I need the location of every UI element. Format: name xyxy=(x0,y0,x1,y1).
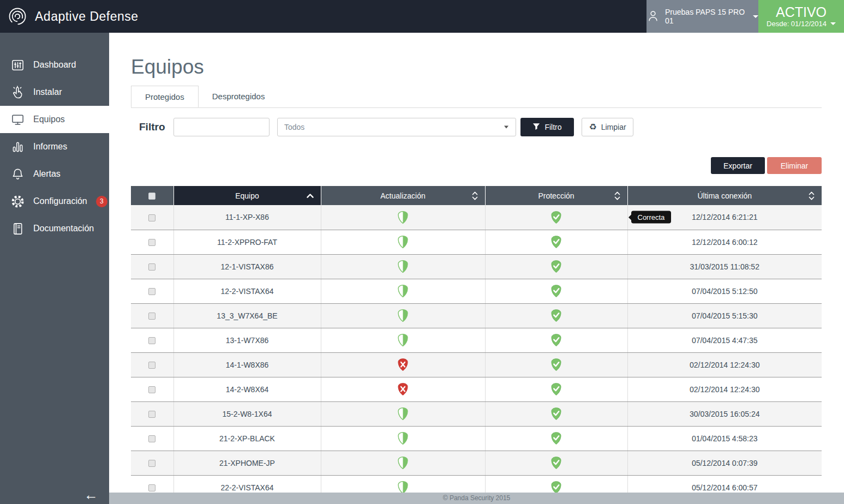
equipment-name: 13_3_W7X64_BE xyxy=(173,303,321,328)
equipment-name: 12-2-VISTAX64 xyxy=(173,279,321,303)
protection-ok-icon xyxy=(550,333,562,347)
protection-ok-icon xyxy=(550,407,562,421)
collapse-sidebar-arrow-icon[interactable]: ← xyxy=(84,488,98,502)
equipment-name: 15-2-W8-1X64 xyxy=(173,401,321,426)
license-status-menu[interactable]: ACTIVO Desde: 01/12/2014 xyxy=(758,0,844,33)
tooltip-text: Correcta xyxy=(638,213,665,221)
update-ok-icon xyxy=(397,333,409,347)
update-ok-icon xyxy=(397,309,409,322)
equipment-name: 11-2-XPPRO-FAT xyxy=(173,230,321,254)
row-checkbox[interactable] xyxy=(148,214,155,221)
row-checkbox[interactable] xyxy=(148,362,155,369)
equipment-name: 21-XPHOME-JP xyxy=(173,451,321,475)
sidebar-item-configuracion[interactable]: Configuración 3 xyxy=(0,188,109,215)
account-caret-icon xyxy=(753,15,758,18)
row-checkbox[interactable] xyxy=(148,263,155,271)
page-title: Equipos xyxy=(131,56,822,79)
update-ok-icon xyxy=(397,284,409,298)
topbar: Adaptive Defense Pruebas PAPS 15 PRO 01 … xyxy=(0,0,844,33)
table-row: 11-1-XP-X86 Correcta 12/12/2014 6:21:21 xyxy=(131,205,822,230)
sidebar-item-dashboard[interactable]: Dashboard xyxy=(0,51,109,79)
sidebar-item-documentacion[interactable]: Documentación xyxy=(0,215,109,242)
row-checkbox[interactable] xyxy=(148,411,155,418)
select-caret-icon xyxy=(504,126,508,129)
brand: Adaptive Defense xyxy=(0,6,139,27)
row-checkbox[interactable] xyxy=(148,288,155,295)
tab-protegidos[interactable]: Protegidos xyxy=(131,86,199,107)
select-all-checkbox[interactable] xyxy=(148,193,155,200)
column-header-actualizacion[interactable]: Actualización xyxy=(321,186,485,205)
last-connection: 31/03/2015 11:08:52 xyxy=(690,262,759,271)
tabs: Protegidos Desprotegidos xyxy=(131,86,822,108)
equipment-name: 12-1-VISTAX86 xyxy=(173,254,321,279)
sidebar-item-label: Dashboard xyxy=(33,60,76,70)
tab-desprotegidos[interactable]: Desprotegidos xyxy=(199,86,279,107)
row-checkbox[interactable] xyxy=(148,484,155,491)
sidebar-item-equipos[interactable]: Equipos xyxy=(0,106,109,133)
sort-ascending-icon xyxy=(307,193,314,198)
sidebar-item-label: Documentación xyxy=(33,224,94,233)
update-ok-icon xyxy=(397,235,409,249)
equipment-table: Equipo Actualización Prote xyxy=(131,186,822,500)
last-connection: 12/12/2014 6:21:21 xyxy=(692,213,758,221)
sidebar-item-label: Informes xyxy=(33,142,67,152)
last-connection: 02/12/2014 12:24:30 xyxy=(690,385,759,394)
tooltip: Correcta xyxy=(631,211,672,224)
sort-both-icon xyxy=(472,191,478,200)
last-connection: 05/12/2014 6:00:57 xyxy=(692,483,758,492)
brand-name: Adaptive Defense xyxy=(35,9,139,24)
equipment-name: 13-1-W7X86 xyxy=(173,328,321,352)
license-since-label: Desde: 01/12/2014 xyxy=(767,20,827,28)
row-checkbox[interactable] xyxy=(148,460,155,467)
row-checkbox[interactable] xyxy=(148,313,155,320)
funnel-icon xyxy=(532,123,540,132)
export-button[interactable]: Exportar xyxy=(711,157,765,174)
sidebar-item-informes[interactable]: Informes xyxy=(0,133,109,160)
row-checkbox[interactable] xyxy=(148,337,155,344)
last-connection: 12/12/2014 6:00:12 xyxy=(692,238,758,247)
table-row: 15-2-W8-1X64 30/03/2015 16:05:24 xyxy=(131,401,822,426)
protection-ok-icon xyxy=(550,309,562,322)
equipment-name: 21-2-XP-BLACK xyxy=(173,426,321,451)
table-actions: Exportar Eliminar xyxy=(131,157,822,174)
delete-button[interactable]: Eliminar xyxy=(767,157,822,174)
account-label: Pruebas PAPS 15 PRO 01 xyxy=(665,8,747,25)
sidebar-menu: Dashboard Instalar Equipos Informes Aler… xyxy=(0,33,109,242)
install-icon xyxy=(10,85,25,99)
table-row: 14-1-W8X86 02/12/2014 12:24:30 xyxy=(131,352,822,377)
protection-ok-icon xyxy=(550,211,562,224)
table-row: 14-2-W8X64 02/12/2014 12:24:30 xyxy=(131,377,822,401)
protection-ok-icon xyxy=(550,456,562,470)
row-checkbox[interactable] xyxy=(148,386,155,393)
alerts-icon xyxy=(10,167,25,181)
account-menu[interactable]: Pruebas PAPS 15 PRO 01 xyxy=(647,0,758,33)
sidebar-item-alertas[interactable]: Alertas xyxy=(0,160,109,188)
row-checkbox[interactable] xyxy=(148,435,155,442)
status-caret-icon xyxy=(830,22,836,25)
last-connection: 30/03/2015 16:05:24 xyxy=(690,410,759,418)
column-header-equipo[interactable]: Equipo xyxy=(173,186,321,205)
footer: © Panda Security 2015 xyxy=(109,493,844,504)
protection-ok-icon xyxy=(550,382,562,396)
protection-ok-icon xyxy=(550,284,562,298)
update-ok-icon xyxy=(397,431,409,445)
equipment-name: 14-1-W8X86 xyxy=(173,352,321,377)
sort-both-icon xyxy=(614,191,620,200)
protection-ok-icon xyxy=(550,235,562,249)
last-connection: 02/12/2014 12:24:30 xyxy=(690,361,759,369)
table-row: 13-1-W7X86 07/04/2015 4:47:35 xyxy=(131,328,822,352)
filter-select[interactable]: Todos xyxy=(277,118,516,136)
sidebar-item-instalar[interactable]: Instalar xyxy=(0,79,109,106)
table-row: 21-XPHOME-JP 05/12/2014 0:07:39 xyxy=(131,451,822,475)
sidebar-item-label: Instalar xyxy=(33,87,62,97)
last-connection: 07/04/2015 4:47:35 xyxy=(692,336,758,345)
filter-button[interactable]: Filtro xyxy=(520,118,574,136)
filter-text-input[interactable] xyxy=(173,118,270,136)
computers-icon xyxy=(10,112,25,127)
column-header-proteccion[interactable]: Protección xyxy=(485,186,627,205)
column-header-ultima-conexion[interactable]: Última conexión xyxy=(627,186,822,205)
row-checkbox[interactable] xyxy=(148,239,155,246)
clear-filter-button[interactable]: ♻ Limpiar xyxy=(582,118,633,136)
documentation-icon xyxy=(10,221,25,236)
copyright-text: © Panda Security 2015 xyxy=(443,494,511,502)
